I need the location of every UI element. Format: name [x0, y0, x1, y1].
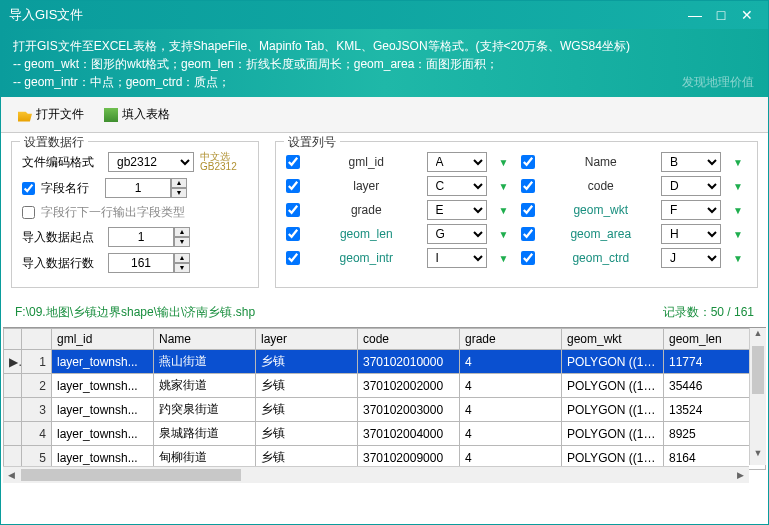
- cell[interactable]: 370102002000: [358, 374, 460, 398]
- cell[interactable]: 姚家街道: [154, 374, 256, 398]
- row-count-input[interactable]: [108, 253, 174, 273]
- scroll-thumb[interactable]: [21, 469, 241, 481]
- col-header-grade[interactable]: grade: [460, 329, 562, 350]
- col-name-geom_area[interactable]: geom_area: [549, 227, 654, 241]
- col-select-geom_wkt[interactable]: F: [661, 200, 721, 220]
- data-table[interactable]: gml_idNamelayercodegradegeom_wktgeom_len…: [3, 328, 766, 470]
- spin-down[interactable]: ▼: [174, 263, 190, 273]
- col-name-grade[interactable]: grade: [314, 203, 419, 217]
- col-select-grade[interactable]: E: [427, 200, 487, 220]
- col-select-Name[interactable]: B: [661, 152, 721, 172]
- col-dropdown-icon[interactable]: ▼: [733, 181, 747, 192]
- col-name-geom_intr[interactable]: geom_intr: [314, 251, 419, 265]
- scroll-thumb[interactable]: [752, 346, 764, 394]
- col-header-code[interactable]: code: [358, 329, 460, 350]
- col-dropdown-icon[interactable]: ▼: [499, 157, 513, 168]
- spin-up[interactable]: ▲: [171, 178, 187, 188]
- spin-up[interactable]: ▲: [174, 227, 190, 237]
- scroll-down-icon[interactable]: ▼: [750, 448, 766, 465]
- col-dropdown-icon[interactable]: ▼: [499, 253, 513, 264]
- encoding-select[interactable]: gb2312: [108, 152, 194, 172]
- col-checkbox-geom_ctrd[interactable]: [521, 251, 535, 265]
- cell[interactable]: layer_townsh...: [52, 398, 154, 422]
- maximize-button[interactable]: □: [708, 7, 734, 23]
- col-checkbox-code[interactable]: [521, 179, 535, 193]
- minimize-button[interactable]: —: [682, 7, 708, 23]
- col-select-layer[interactable]: C: [427, 176, 487, 196]
- cell[interactable]: 370102003000: [358, 398, 460, 422]
- col-select-code[interactable]: D: [661, 176, 721, 196]
- col-checkbox-layer[interactable]: [286, 179, 300, 193]
- table-row[interactable]: 4layer_townsh...泉城路街道乡镇3701020040004POLY…: [4, 422, 766, 446]
- field-row-input[interactable]: [105, 178, 171, 198]
- table-row[interactable]: 3layer_townsh...趵突泉街道乡镇3701020030004POLY…: [4, 398, 766, 422]
- cell[interactable]: 370102010000: [358, 350, 460, 374]
- col-name-geom_len[interactable]: geom_len: [314, 227, 419, 241]
- horizontal-scrollbar[interactable]: ◀ ▶: [3, 466, 749, 483]
- col-name-Name[interactable]: Name: [549, 155, 654, 169]
- col-name-gml_id[interactable]: gml_id: [314, 155, 419, 169]
- cell[interactable]: POLYGON ((11...: [562, 350, 664, 374]
- col-name-geom_ctrd[interactable]: geom_ctrd: [549, 251, 654, 265]
- col-select-geom_area[interactable]: H: [661, 224, 721, 244]
- col-header-Name[interactable]: Name: [154, 329, 256, 350]
- spin-down[interactable]: ▼: [171, 188, 187, 198]
- cell[interactable]: layer_townsh...: [52, 350, 154, 374]
- field-row-spinner[interactable]: ▲▼: [105, 178, 187, 198]
- field-row-checkbox[interactable]: [22, 182, 35, 195]
- col-name-code[interactable]: code: [549, 179, 654, 193]
- cell[interactable]: 泉城路街道: [154, 422, 256, 446]
- col-select-geom_len[interactable]: G: [427, 224, 487, 244]
- col-checkbox-Name[interactable]: [521, 155, 535, 169]
- cell[interactable]: 燕山街道: [154, 350, 256, 374]
- close-button[interactable]: ✕: [734, 7, 760, 23]
- scroll-left-icon[interactable]: ◀: [3, 467, 20, 483]
- scroll-right-icon[interactable]: ▶: [732, 467, 749, 483]
- cell[interactable]: 趵突泉街道: [154, 398, 256, 422]
- cell[interactable]: 4: [460, 398, 562, 422]
- col-dropdown-icon[interactable]: ▼: [499, 229, 513, 240]
- col-dropdown-icon[interactable]: ▼: [733, 157, 747, 168]
- open-file-button[interactable]: 打开文件: [9, 101, 93, 128]
- col-header-geom_wkt[interactable]: geom_wkt: [562, 329, 664, 350]
- cell[interactable]: 4: [460, 350, 562, 374]
- col-dropdown-icon[interactable]: ▼: [499, 205, 513, 216]
- col-header-layer[interactable]: layer: [256, 329, 358, 350]
- col-header-gml_id[interactable]: gml_id: [52, 329, 154, 350]
- fill-table-button[interactable]: 填入表格: [95, 101, 179, 128]
- cell[interactable]: POLYGON ((11...: [562, 422, 664, 446]
- spin-down[interactable]: ▼: [174, 237, 190, 247]
- start-row-spinner[interactable]: ▲▼: [108, 227, 190, 247]
- col-checkbox-geom_len[interactable]: [286, 227, 300, 241]
- next-row-type-checkbox[interactable]: [22, 206, 35, 219]
- vertical-scrollbar[interactable]: ▲ ▼: [749, 328, 766, 465]
- spin-up[interactable]: ▲: [174, 253, 190, 263]
- col-dropdown-icon[interactable]: ▼: [733, 229, 747, 240]
- col-checkbox-geom_intr[interactable]: [286, 251, 300, 265]
- col-checkbox-grade[interactable]: [286, 203, 300, 217]
- cell[interactable]: layer_townsh...: [52, 374, 154, 398]
- col-select-gml_id[interactable]: A: [427, 152, 487, 172]
- table-row[interactable]: ▶1layer_townsh...燕山街道乡镇3701020100004POLY…: [4, 350, 766, 374]
- cell[interactable]: 乡镇: [256, 398, 358, 422]
- cell[interactable]: 4: [460, 422, 562, 446]
- col-select-geom_ctrd[interactable]: J: [661, 248, 721, 268]
- col-dropdown-icon[interactable]: ▼: [733, 205, 747, 216]
- col-dropdown-icon[interactable]: ▼: [733, 253, 747, 264]
- cell[interactable]: POLYGON ((11...: [562, 374, 664, 398]
- cell[interactable]: 乡镇: [256, 350, 358, 374]
- row-count-spinner[interactable]: ▲▼: [108, 253, 190, 273]
- col-checkbox-geom_area[interactable]: [521, 227, 535, 241]
- cell[interactable]: 4: [460, 374, 562, 398]
- col-select-geom_intr[interactable]: I: [427, 248, 487, 268]
- scroll-up-icon[interactable]: ▲: [750, 328, 766, 345]
- start-row-input[interactable]: [108, 227, 174, 247]
- col-name-layer[interactable]: layer: [314, 179, 419, 193]
- col-checkbox-gml_id[interactable]: [286, 155, 300, 169]
- cell[interactable]: layer_townsh...: [52, 422, 154, 446]
- col-name-geom_wkt[interactable]: geom_wkt: [549, 203, 654, 217]
- cell[interactable]: POLYGON ((11...: [562, 398, 664, 422]
- cell[interactable]: 乡镇: [256, 422, 358, 446]
- cell[interactable]: 370102004000: [358, 422, 460, 446]
- col-checkbox-geom_wkt[interactable]: [521, 203, 535, 217]
